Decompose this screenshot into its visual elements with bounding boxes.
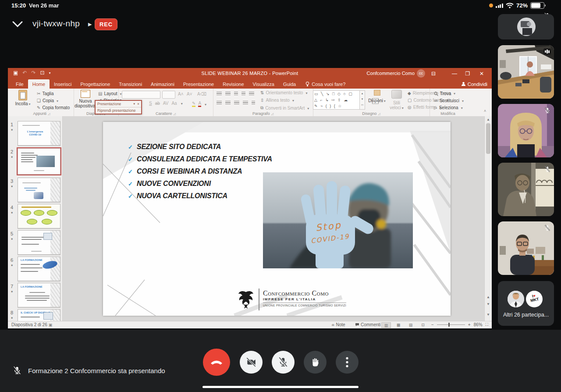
replace-button[interactable]: ab Sostituisci <box>434 98 464 103</box>
arrange-button[interactable]: Disponi <box>367 90 387 103</box>
fit-to-window-icon[interactable]: ⛶ <box>486 322 488 327</box>
collapse-chevron-icon[interactable] <box>12 21 23 27</box>
date: Ven 26 mar <box>29 2 59 9</box>
participant-tile-4[interactable] <box>498 163 554 216</box>
ribbon-tabs: File Home Inserisci Progettazione Transi… <box>8 79 492 89</box>
mic-muted-icon <box>544 225 551 232</box>
overflow-avatar-1 <box>508 291 524 307</box>
tab-progettazione[interactable]: Progettazione <box>76 79 114 89</box>
slide-scrollbar[interactable]: ▲ ▲ ▼ ▼ <box>484 116 492 321</box>
scrollbar-thumb <box>486 123 490 154</box>
home-indicator[interactable] <box>202 386 359 388</box>
tell-me-box[interactable]: Cosa vuoi fare? <box>305 79 345 89</box>
battery-icon <box>530 2 544 9</box>
slideshow-view-button[interactable]: ⊡ <box>418 322 428 328</box>
comments-toggle[interactable]: Commenti <box>355 322 381 327</box>
phone-hangup-icon <box>209 359 224 365</box>
camera-off-icon <box>245 356 257 368</box>
animation-star-icon <box>11 211 13 216</box>
language-icon: ▣ <box>49 323 53 327</box>
resume-presentation-button[interactable]: Riprendi presentazione <box>96 107 141 114</box>
list-buttons <box>217 92 254 96</box>
font-name-combo <box>122 91 160 99</box>
minimize-button[interactable]: — <box>448 68 461 79</box>
thumbnail-slide-1[interactable]: 1 L'emergenza COVID-19 <box>8 121 62 146</box>
animation-star-icon <box>11 290 13 295</box>
ribbon: Incolla ✂Taglia ❏Copia ✎Copia formato Ap… <box>8 89 492 117</box>
font-color-buttons: ✎A <box>192 101 206 107</box>
more-options-button[interactable] <box>336 351 359 374</box>
floating-dropdown-icon[interactable]: ▾ <box>134 102 135 106</box>
paste-button[interactable]: Incolla <box>11 90 34 106</box>
restore-button[interactable]: ❐ <box>461 68 474 79</box>
tab-revisione[interactable]: Revisione <box>218 79 248 89</box>
presentation-floating-toolbar: Presentazione ▾ × Riprendi presentazione <box>95 100 142 114</box>
select-button[interactable]: ▷ Seleziona <box>434 105 463 110</box>
collapse-ribbon-icon[interactable]: ˄ <box>484 109 486 113</box>
new-slide-icon <box>81 90 90 98</box>
participant-tile-2[interactable] <box>498 45 554 99</box>
shapes-gallery[interactable]: ▭ ╲ ↘ □ ◇ ○ ▢ △ ⌐ ↳ ⇨ ⇧ ☁ ✎ ~ ( ) { ☆ <box>313 90 361 110</box>
recording-dot-icon <box>489 4 493 7</box>
end-call-button[interactable] <box>203 349 230 376</box>
scroll-up-icon: ▲ <box>485 118 492 121</box>
zoom-in-icon[interactable]: + <box>468 322 471 327</box>
participant-avatar <box>517 18 536 36</box>
participant-tile-5[interactable] <box>498 221 554 275</box>
ppt-content: 1 L'emergenza COVID-19 2 <box>8 116 492 321</box>
mic-muted-icon <box>544 107 551 114</box>
tab-inserisci[interactable]: Inserisci <box>50 79 76 89</box>
floating-close-icon[interactable]: × <box>137 102 139 106</box>
camera-toggle-button[interactable] <box>240 351 263 374</box>
zoom-slider[interactable] <box>437 324 465 325</box>
new-slide-button[interactable]: Nuova diapositiva <box>75 90 96 108</box>
close-button[interactable]: ✕ <box>475 68 488 79</box>
thumbnail-slide-2-selected[interactable]: 2 <box>8 148 62 175</box>
find-button[interactable]: Trova <box>434 91 451 96</box>
meeting-code[interactable]: vji-twxw-nhp <box>32 19 80 29</box>
ribbon-group-editing: Trova ab Sostituisci ▷ Seleziona Modific… <box>430 89 466 116</box>
normal-view-button[interactable]: ▥ <box>381 322 391 328</box>
tab-home[interactable]: Home <box>28 79 50 89</box>
quick-styles-icon <box>391 90 402 99</box>
participant-overflow-tile[interactable]: I♥ MKT Altri 26 partecipa... <box>498 281 554 326</box>
shapes-gallery-scroll[interactable]: ▲▼▭ <box>359 90 365 110</box>
thumbnail-slide-3[interactable]: 3 <box>8 178 62 202</box>
tab-guida[interactable]: Guida <box>279 79 300 89</box>
lightbulb-icon <box>305 82 309 87</box>
format-painter-button[interactable]: ✎Copia formato <box>37 105 70 110</box>
slide-sorter-view-button[interactable]: ▦ <box>394 322 403 328</box>
rec-badge: REC <box>95 18 117 30</box>
participant-tile-1[interactable] <box>498 14 554 39</box>
current-slide-canvas[interactable]: ✓SEZIONE SITO DEDICATA ✓CONSULENZA DEDIC… <box>103 122 451 316</box>
zoom-out-icon[interactable]: − <box>431 322 434 327</box>
thumbnail-slide-5[interactable]: 5 <box>8 230 62 255</box>
powerpoint-window: ▣ ↶ ↷ ⊡ ▾ SLIDE WEBINAR 26 MARZO - Power… <box>8 68 492 328</box>
tab-visualizza[interactable]: Visualizza <box>249 79 279 89</box>
participant-tile-3[interactable] <box>498 104 554 157</box>
check-icon: ✓ <box>128 156 133 163</box>
raise-hand-button[interactable] <box>304 351 327 374</box>
ppt-titlebar: ▣ ↶ ↷ ⊡ ▾ SLIDE WEBINAR 26 MARZO - Power… <box>8 68 492 79</box>
account-avatar[interactable]: cc <box>417 69 425 78</box>
thumbnail-slide-4[interactable]: 4 <box>8 204 62 228</box>
tab-file[interactable]: File <box>11 79 28 89</box>
mic-muted-icon <box>544 166 551 173</box>
tab-animazioni[interactable]: Animazioni <box>146 79 179 89</box>
thumbnail-slide-7[interactable]: 7 LA FORMAZIONE <box>8 283 62 307</box>
slide-bullet-2: ✓CONSULENZA DEDICATA E TEMPESTIVA <box>128 155 272 163</box>
tab-presentazione[interactable]: Presentazione <box>179 79 218 89</box>
reading-view-button[interactable]: ▤ <box>406 322 415 328</box>
cut-button[interactable]: ✂Taglia <box>37 91 54 96</box>
ribbon-display-options-icon[interactable]: ⊟ <box>427 68 440 79</box>
mic-toggle-button[interactable] <box>272 351 295 374</box>
zoom-level[interactable]: 86% <box>474 322 483 327</box>
notes-toggle[interactable]: ≐Note <box>331 322 345 327</box>
thumbnail-slide-6[interactable]: 6 LA FORMAZIONE <box>8 257 62 281</box>
tab-transizioni[interactable]: Transizioni <box>114 79 146 89</box>
copy-button[interactable]: ❏Copia <box>37 98 58 103</box>
share-button[interactable]: Condividi <box>461 79 487 89</box>
account-name[interactable]: Confcommercio Como <box>367 71 415 76</box>
thumbnail-slide-8[interactable]: 8 IL CHECK UP DIGITALE <box>8 309 62 321</box>
raised-hand-icon <box>310 357 320 367</box>
